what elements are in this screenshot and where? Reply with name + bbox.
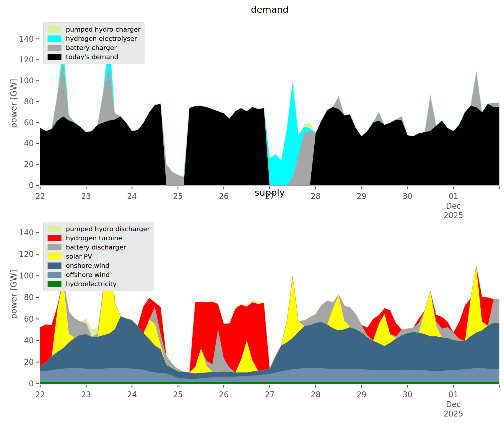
y-tick-label: 120 [19, 250, 34, 259]
legend-swatch [48, 253, 61, 260]
legend-item-pumped-hydro-charger: pumped hydro charger [48, 25, 140, 34]
figure: demand power [GW] supply power [GW] 2223… [0, 0, 504, 423]
x-tick-label: 29 [357, 192, 366, 201]
y-tick-label: 140 [19, 35, 34, 43]
demand-legend: pumped hydro chargerhydrogen electrolyse… [43, 22, 144, 64]
x-tick-label: 28 [311, 192, 321, 201]
legend-swatch [48, 35, 61, 42]
x-tick-label: 28 [311, 390, 321, 399]
x-axis-month-year-label: 2025 [444, 211, 463, 220]
legend-swatch [48, 262, 61, 269]
y-tick-label: 40 [24, 139, 34, 148]
legend-label: battery discharger [66, 243, 126, 252]
legend-swatch [48, 235, 61, 241]
y-tick-label: 40 [24, 336, 34, 345]
x-tick-label: 30 [403, 192, 412, 201]
legend-label: hydrogen electrolyser [66, 34, 137, 43]
legend-swatch [48, 281, 61, 287]
x-tick-label: 24 [127, 390, 137, 399]
legend-item-battery-discharger: battery discharger [48, 243, 150, 252]
y-tick-label: 140 [19, 228, 34, 237]
y-tick-label: 60 [24, 118, 34, 127]
legend-label: hydroelectricity [66, 279, 117, 289]
legend-swatch [48, 26, 61, 33]
y-tick-label: 60 [24, 315, 34, 323]
x-tick-label: 30 [403, 390, 412, 399]
legend-swatch [48, 45, 61, 51]
legend-label: pumped hydro discharger [66, 224, 150, 234]
y-tick-label: 80 [24, 293, 34, 302]
x-tick-label: 27 [265, 192, 274, 201]
x-axis-month-year-label: Dec [446, 202, 461, 210]
x-tick-label: 26 [219, 192, 229, 201]
legend-item-offshore-wind: offshore wind [48, 270, 150, 279]
x-tick-label: 23 [81, 390, 91, 399]
y-tick-label: 100 [19, 271, 34, 280]
legend-swatch [48, 226, 61, 232]
legend-item-battery-charger: battery charger [48, 43, 140, 52]
supply-legend: pumped hydro dischargerhydrogen turbineb… [43, 222, 154, 291]
legend-label: today's demand [66, 52, 118, 61]
x-tick-label: 01 [448, 192, 458, 201]
legend-label: hydrogen turbine [66, 234, 122, 243]
x-tick-label: 22 [35, 390, 45, 399]
y-tick-label: 100 [19, 76, 34, 85]
x-tick-label: 25 [173, 192, 183, 201]
legend-swatch [48, 244, 61, 250]
y-tick-label: 20 [24, 358, 34, 367]
supply-area-hydroelectricity [40, 382, 499, 384]
x-tick-label: 22 [35, 192, 45, 201]
legend-label: battery charger [66, 43, 117, 52]
legend-item-hydroelectricity: hydroelectricity [48, 279, 150, 289]
x-axis-month-year-label: Dec [446, 400, 461, 409]
legend-item-hydrogen-electrolyser: hydrogen electrolyser [48, 34, 140, 43]
y-tick-label: 0 [29, 379, 34, 388]
legend-label: pumped hydro charger [66, 25, 140, 34]
x-tick-label: 24 [127, 192, 137, 201]
legend-item-solar-PV: solar PV [48, 252, 150, 261]
x-tick-label: 01 [448, 390, 458, 399]
x-tick-label: 23 [81, 192, 91, 201]
legend-item-today-s-demand: today's demand [48, 52, 140, 61]
legend-label: onshore wind [66, 261, 109, 270]
legend-swatch [48, 272, 61, 278]
x-tick-label: 25 [173, 390, 183, 399]
y-tick-label: 80 [24, 97, 34, 106]
x-tick-label: 26 [219, 390, 229, 399]
legend-label: offshore wind [66, 270, 110, 279]
x-tick-label: 29 [357, 390, 366, 399]
y-tick-label: 20 [24, 160, 34, 169]
legend-item-pumped-hydro-discharger: pumped hydro discharger [48, 224, 150, 234]
legend-swatch [48, 54, 61, 60]
y-tick-label: 120 [19, 55, 34, 64]
legend-item-hydrogen-turbine: hydrogen turbine [48, 234, 150, 243]
x-tick-label: 27 [265, 390, 274, 399]
legend-label: solar PV [66, 252, 92, 261]
legend-item-onshore-wind: onshore wind [48, 261, 150, 270]
x-axis-month-year-label: 2025 [444, 409, 463, 418]
y-tick-label: 0 [29, 181, 34, 190]
